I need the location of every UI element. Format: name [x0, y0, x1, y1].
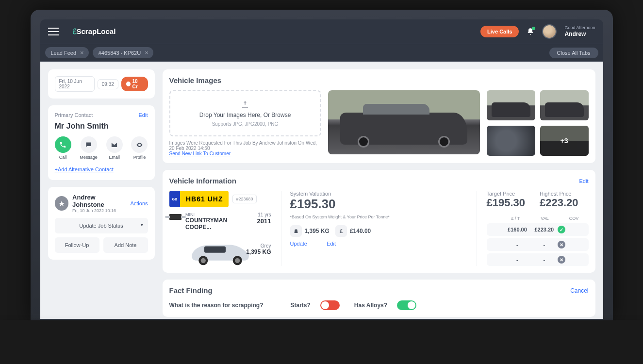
- actions-link[interactable]: Actions: [130, 200, 148, 206]
- add-alternative-contact-link[interactable]: +Add Alternative Contact: [55, 166, 114, 172]
- table-row: -- ✕: [487, 253, 589, 266]
- svg-point-2: [200, 258, 205, 263]
- starts-toggle[interactable]: [320, 300, 340, 310]
- contact-name: Mr John Smith: [55, 122, 148, 131]
- vehicle-image-thumb[interactable]: [540, 90, 589, 120]
- vehicle-images-card: Vehicle Images Drop Your Images Here, Or…: [163, 69, 595, 163]
- phone-icon: [55, 136, 71, 153]
- user-block: Good Afternoon Andrew: [564, 25, 595, 37]
- weight-icon: [290, 225, 302, 237]
- vehicle-information-card: Vehicle Information Edit GB HB61 UHZ #22…: [163, 170, 595, 273]
- highest-price: £223.20: [540, 197, 578, 209]
- edit-ppt-link[interactable]: Edit: [327, 241, 336, 247]
- time-chip: 09:32: [98, 79, 118, 89]
- vehicle-image-thumb[interactable]: [487, 90, 535, 120]
- top-header: ℰScrapLocal Live Calls Good Afternoon An…: [40, 19, 603, 44]
- bell-icon[interactable]: [527, 28, 534, 35]
- section-title: Vehicle Images: [169, 76, 222, 84]
- email-icon: [106, 136, 123, 153]
- table-row: -- ✕: [487, 238, 589, 251]
- tab-lead-feed[interactable]: Lead Feed×: [45, 47, 89, 58]
- primary-contact-card: Primary Contact Edit Mr John Smith Call …: [48, 105, 155, 180]
- close-icon[interactable]: ×: [80, 49, 84, 56]
- profile-button[interactable]: Profile: [131, 136, 148, 160]
- fact-question-reason: What is the reason for scrapping?: [169, 302, 276, 309]
- ppt-chip: £140.00: [335, 225, 371, 237]
- target-price: £195.30: [487, 197, 526, 209]
- hamburger-menu-icon[interactable]: [48, 28, 59, 35]
- vehicle-image-more[interactable]: +3: [540, 126, 589, 156]
- vehicle-image-main[interactable]: [328, 90, 480, 154]
- fact-finding-card: Fact Finding Cancel What is the reason f…: [163, 280, 595, 317]
- check-icon: ✓: [558, 226, 565, 233]
- job-status-card: ★ Andrew Johnstone Fri, 10 Jun 2022 10:1…: [48, 187, 155, 260]
- follow-up-button[interactable]: Follow-Up: [55, 237, 99, 253]
- eye-icon: [131, 136, 148, 153]
- edit-contact-link[interactable]: Edit: [139, 112, 148, 118]
- edit-vehicle-link[interactable]: Edit: [579, 178, 589, 184]
- close-icon[interactable]: ×: [145, 49, 148, 56]
- tab-job[interactable]: #465843 - KP62U×: [93, 47, 153, 58]
- live-calls-button[interactable]: Live Calls: [480, 26, 519, 37]
- close-all-tabs-button[interactable]: Close All Tabs: [549, 48, 598, 58]
- weight-chip: 1,395 KG: [290, 225, 330, 237]
- vehicle-image-thumb[interactable]: [487, 126, 535, 156]
- make-logo-icon: [169, 214, 181, 220]
- pound-icon: [335, 225, 347, 237]
- upload-icon: [241, 100, 249, 109]
- email-button[interactable]: Email: [106, 136, 123, 160]
- message-icon: [81, 136, 97, 153]
- image-dropzone[interactable]: Drop Your Images Here, Or Browse Support…: [169, 90, 321, 136]
- x-icon: ✕: [558, 256, 565, 264]
- svg-point-4: [235, 258, 240, 263]
- update-job-status-select[interactable]: Update Job Status: [55, 218, 148, 233]
- app-logo: ℰScrapLocal: [66, 27, 116, 36]
- cancel-link[interactable]: Cancel: [570, 287, 588, 294]
- alloys-toggle[interactable]: [397, 300, 416, 310]
- send-link-to-customer[interactable]: Send New Link To Customer: [169, 151, 321, 156]
- license-plate: GB HB61 UHZ: [169, 191, 229, 207]
- update-valuation-link[interactable]: Update: [290, 241, 307, 247]
- message-button[interactable]: Message: [80, 136, 98, 160]
- svg-rect-0: [204, 246, 226, 252]
- credit-badge: 10 Cr: [121, 77, 148, 91]
- table-row: £160.00 £223.20 ✓: [487, 223, 589, 236]
- call-button[interactable]: Call: [55, 136, 71, 160]
- add-note-button[interactable]: Add Note: [103, 237, 148, 253]
- image-request-note: Images Were Requested For This Job By An…: [169, 140, 321, 151]
- vehicle-ref: #223680: [232, 195, 256, 203]
- avatar[interactable]: [542, 24, 557, 39]
- system-valuation: £195.30: [290, 197, 468, 212]
- star-icon: ★: [55, 196, 69, 211]
- x-icon: ✕: [558, 241, 565, 248]
- date-chip: Fri, 10 Jun 2022: [55, 76, 95, 92]
